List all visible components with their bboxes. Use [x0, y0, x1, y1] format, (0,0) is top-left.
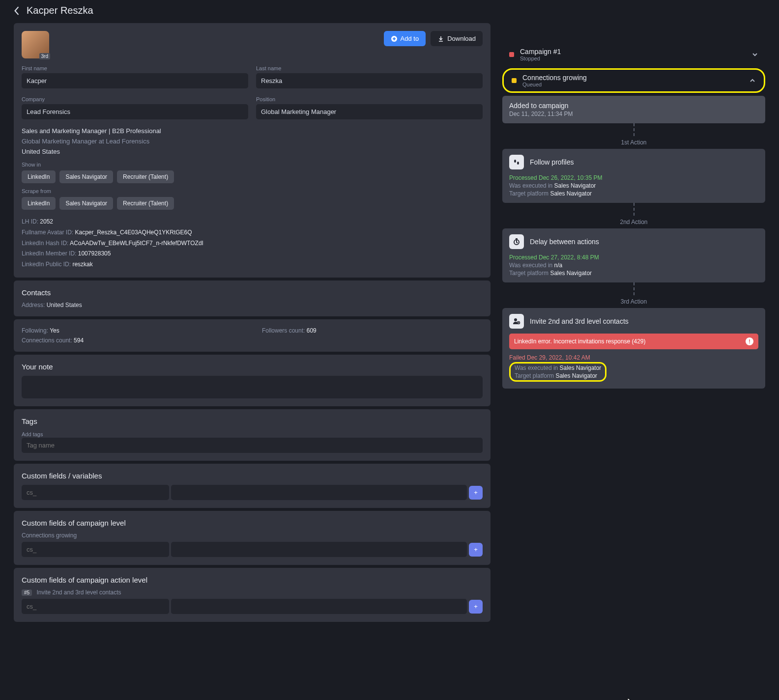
lh-id: 2052 [40, 218, 53, 225]
hash-id: ACoAADwTw_EBeWLFuj5tCF7_n-rNkfefDWTOZdI [70, 240, 203, 247]
avatar-degree-badge: 3rd [39, 53, 50, 59]
added-date: Dec 11, 2022, 11:34 PM [509, 111, 758, 117]
campaign-1-status: Stopped [520, 56, 561, 61]
chevron-down-icon[interactable] [751, 51, 758, 58]
action-1-exec: Sales Navigator [554, 182, 596, 189]
action-2-title: Delay between actions [530, 238, 599, 246]
error-message-box: LinkedIn error. Incorrect invitations re… [509, 334, 758, 349]
cf-value-input[interactable] [171, 485, 467, 500]
show-in-recruiter[interactable]: Recruiter (Talent) [117, 170, 174, 183]
avatar-id: Kacper_Reszka_C4E03AQHeQ1YKRtGE6Q [75, 229, 192, 236]
scrape-from-recruiter[interactable]: Recruiter (Talent) [117, 197, 174, 210]
error-text: LinkedIn error. Incorrect invitations re… [514, 338, 645, 345]
footsteps-icon [509, 155, 524, 169]
action-3-target: Sales Navigator [555, 372, 597, 379]
member-id: 1007928305 [78, 250, 111, 257]
connections-count: 594 [74, 337, 84, 344]
cf-key-input[interactable] [22, 485, 169, 500]
social-panel: Following: Yes Followers count: 609 Conn… [14, 319, 490, 352]
campaign-1-item[interactable]: Campaign #1 Stopped [502, 43, 765, 66]
followers-count: 609 [307, 327, 317, 334]
cf-action-key-input[interactable] [22, 599, 169, 614]
show-in-linkedin[interactable]: LinkedIn [22, 170, 56, 183]
action-1-title: Follow profiles [530, 158, 574, 166]
status-dot-stopped [509, 52, 514, 57]
tags-heading: Tags [22, 417, 483, 425]
cf-campaign-panel: Custom fields of campaign level Connecti… [14, 511, 490, 565]
profile-panel: 3rd Add to Download First name [14, 23, 490, 278]
custom-fields-panel: Custom fields / variables + [14, 464, 490, 508]
chevron-up-icon[interactable] [749, 77, 756, 84]
action-number-badge: #5 [22, 589, 32, 596]
add-to-button[interactable]: Add to [384, 31, 426, 46]
contacts-panel: Contacts Address: United States [14, 280, 490, 316]
action-1-processed: Processed Dec 26, 2022, 10:35 PM [509, 174, 758, 181]
cf-action-panel: Custom fields of campaign action level #… [14, 568, 490, 622]
svg-point-1 [514, 160, 516, 163]
action-2-processed: Processed Dec 27, 2022, 8:48 PM [509, 254, 758, 261]
cf-camp-value-input[interactable] [171, 542, 467, 557]
cf-action-heading: Custom fields of campaign action level [22, 576, 483, 584]
campaign-2-status: Queued [522, 82, 587, 87]
action-3-label: 3rd Action [502, 298, 765, 305]
download-button[interactable]: Download [431, 31, 483, 46]
add-tags-label: Add tags [22, 431, 43, 437]
svg-point-2 [517, 162, 519, 165]
action-2-target: Sales Navigator [550, 270, 592, 277]
company-label: Company [22, 96, 248, 102]
note-panel: Your note [14, 355, 490, 406]
cf-action-value-input[interactable] [171, 599, 467, 614]
show-in-label: Show in [22, 162, 483, 168]
campaign-2-title: Connections growing [522, 74, 587, 82]
action-3-exec: Sales Navigator [560, 364, 602, 371]
added-title: Added to campaign [509, 102, 758, 110]
action-3-title: Invite 2nd and 3rd level contacts [530, 317, 629, 325]
campaign-2-item[interactable]: Connections growing Queued [509, 72, 759, 89]
last-name-input[interactable] [256, 73, 483, 88]
position-input[interactable] [256, 104, 483, 119]
action-3-card: Invite 2nd and 3rd level contacts Linked… [502, 308, 765, 389]
back-icon[interactable] [14, 6, 20, 15]
cf-camp-key-input[interactable] [22, 542, 169, 557]
position-label: Position [256, 96, 483, 102]
invite-icon [509, 314, 524, 329]
error-icon: ! [746, 337, 753, 345]
scrape-from-linkedin[interactable]: LinkedIn [22, 197, 56, 210]
avatar: 3rd [22, 31, 49, 58]
campaign-1-title: Campaign #1 [520, 48, 561, 56]
first-name-label: First name [22, 65, 248, 71]
action-1-target: Sales Navigator [550, 190, 592, 197]
show-in-salesnav[interactable]: Sales Navigator [59, 170, 113, 183]
subheadline: Global Marketing Manager at Lead Forensi… [22, 137, 483, 147]
action-1-card: Follow profiles Processed Dec 26, 2022, … [502, 149, 765, 203]
headline: Sales and Marketing Manager | B2B Profes… [22, 126, 483, 137]
cf-camp-add-button[interactable]: + [469, 543, 483, 557]
company-input[interactable] [22, 104, 248, 119]
public-id: reszkak [72, 261, 92, 268]
last-name-label: Last name [256, 65, 483, 71]
cf-campaign-heading: Custom fields of campaign level [22, 519, 483, 527]
cf-add-button[interactable]: + [469, 486, 483, 500]
cf-action-name: Invite 2nd and 3rd level contacts [36, 589, 121, 596]
cf-action-add-button[interactable]: + [469, 600, 483, 614]
cf-campaign-name: Connections growing [22, 532, 483, 539]
tag-input[interactable] [22, 438, 483, 453]
svg-point-4 [514, 318, 517, 321]
following-value: Yes [50, 327, 59, 334]
first-name-input[interactable] [22, 73, 248, 88]
cf-heading: Custom fields / variables [22, 472, 483, 480]
stopwatch-icon [509, 234, 524, 249]
action-2-card: Delay between actions Processed Dec 27, … [502, 228, 765, 282]
scrape-from-salesnav[interactable]: Sales Navigator [59, 197, 113, 210]
note-heading: Your note [22, 363, 483, 371]
action-3-failed: Failed Dec 29, 2022, 10:42 AM [509, 354, 758, 361]
note-input[interactable] [22, 376, 483, 398]
tags-panel: Tags Add tags [14, 409, 490, 461]
action-2-exec: n/a [554, 262, 563, 269]
contact-address: United States [47, 302, 82, 308]
action-2-label: 2nd Action [502, 219, 765, 225]
location: United States [22, 147, 483, 157]
added-to-campaign-card: Added to campaign Dec 11, 2022, 11:34 PM [502, 96, 765, 123]
action-1-label: 1st Action [502, 139, 765, 146]
status-dot-queued [512, 78, 517, 83]
